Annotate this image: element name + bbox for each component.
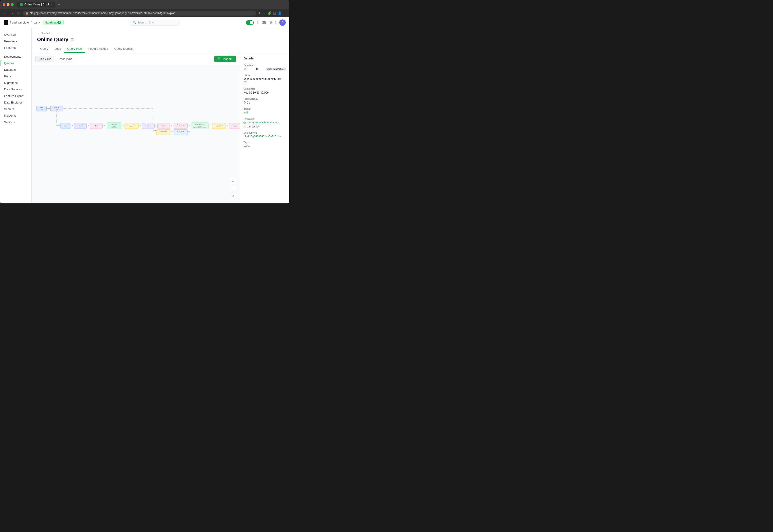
sidebar-item-features[interactable]: Features [0,45,31,51]
url-bar[interactable]: 🔒 staging.chalk.dev/projects/tmnmau5shs3… [23,11,256,16]
branch-value[interactable]: main [243,111,286,114]
page-title-row: Online Query 📋 [37,37,284,42]
title-bar: Online Query | Chalk ✕ + ⌄ [0,0,289,9]
search-placeholder: Search... ⌘K [137,21,153,24]
resolvers-label: Resolvers [243,117,286,120]
sidebar-item-overview[interactable]: Overview [0,32,31,38]
sidebar-item-deployments[interactable]: Deployments [0,54,31,60]
sidebar-item-resolvers[interactable]: Resolvers [0,38,31,44]
plan-main: Plan View Trace View 🔍 Inspect [32,53,240,203]
avatar[interactable]: A [279,19,286,26]
page-tabs: Query Logs Query Plan Feature Values Que… [37,45,284,53]
search-input[interactable]: 🔍 Search... ⌘K [130,20,179,26]
svg-text:~0ms: ~0ms [162,132,165,133]
svg-text:Resolver: Resolver [112,124,117,125]
svg-text:100: 100 [188,131,190,132]
brand-name: fraud-template [10,21,29,24]
query-id-value: clplk0n1o000yk2wb0vfgdr6m [243,77,286,80]
copy-title-icon[interactable]: 📋 [70,38,74,41]
minimize-button[interactable] [7,3,9,6]
svg-text:~0ms: ~0ms [162,126,165,127]
env-dropdown-icon[interactable]: ▾ [39,21,40,24]
breadcrumb-arrow-icon: ← [37,32,40,35]
tab-query[interactable]: Query [37,45,51,53]
flow-canvas[interactable]: Inputs ~0ms 1 Reuse (A) ~0ms [32,53,240,203]
brand: fraud-template / qa ▾ [4,20,40,25]
sidebar-item-settings[interactable]: Settings [0,119,31,125]
nav-actions: ⬇ 📚 ⚙ ? A [246,19,286,26]
svg-text:Persist Results: Persist Results [215,124,223,126]
tab-close-icon[interactable]: ✕ [51,3,53,6]
svg-text:Parallel Resolvers: Parallel Resolvers [195,124,205,125]
close-button[interactable] [3,3,5,6]
share-icon[interactable]: ⬆ [258,11,261,15]
browser-tab[interactable]: Online Query | Chalk ✕ [17,2,55,7]
latency-row: ⏱ 2s [243,101,286,104]
tab-bar: Online Query | Chalk ✕ + ⌄ [17,2,287,7]
detail-query-id: Query ID clplk0n1o000yk2wb0vfgdr6m 📋 [243,74,286,84]
env-label[interactable]: qa [33,21,37,24]
sidebar-item-migrations[interactable]: Migrations [0,80,31,86]
sandbox-button[interactable]: Sandbox 3 [43,20,64,25]
refresh-button[interactable]: ↺ [16,10,21,16]
toggle-switch[interactable] [246,20,254,25]
maximize-button[interactable] [11,3,14,6]
zoom-out-button[interactable]: − [230,185,236,191]
tab-query-metrics[interactable]: Query Metrics [111,45,136,53]
sidebar-item-data-explorer[interactable]: Data Explorer [0,99,31,106]
top-nav: fraud-template / qa ▾ Sandbox 3 🔍 Search… [0,17,289,28]
sidebar-item-feature-export[interactable]: Feature Export [0,93,31,99]
content-area: ← Queries Online Query 📋 Query Logs Quer… [32,28,289,203]
diagram-settings-button[interactable]: ⚙ [230,193,236,199]
copy-query-id-icon[interactable]: 📋 [243,81,247,84]
search-icon: 🔍 [133,21,136,24]
completed-label: Completed [243,87,286,90]
svg-text:1: 1 [72,125,72,126]
tab-list-chevron-icon[interactable]: ⌄ [284,3,287,6]
sidebar-item-queries[interactable]: Queries [0,60,31,66]
new-tab-button[interactable]: + [56,2,62,7]
data-map-bar: id sum_transactio... [243,67,286,71]
profile-icon[interactable]: 👤 [278,11,282,15]
svg-text:Reuse (A): Reuse (A) [54,107,59,108]
resolver1-value[interactable]: get_sum_transaction_amount [243,121,286,124]
resolver2-value: transaction [247,125,260,128]
svg-text:Projection: Projection [94,124,99,126]
bookmark-icon[interactable]: ☆ [263,11,266,15]
env-badge: Sandbox 3 [43,20,64,25]
svg-text:100: 100 [155,125,157,126]
menu-icon[interactable]: ⋮ [283,11,287,15]
latency-value: 2s [247,101,250,104]
tab-logs[interactable]: Logs [51,45,64,53]
tab-feature-values[interactable]: Feature Values [85,45,111,53]
svg-text:Inputs: Inputs [40,107,43,108]
extensions-icon[interactable]: 🧩 [267,11,271,15]
brand-separator: / [31,21,32,25]
sidebar-icon[interactable]: ▤ [273,11,276,15]
brand-logo [4,20,8,25]
address-bar: ← → ↺ 🔒 staging.chalk.dev/projects/tmnma… [0,9,289,17]
help-icon[interactable]: ? [275,21,277,24]
svg-text:Lift To Group: Lift To Group [177,130,184,132]
sidebar-item-incidents[interactable]: Incidents [0,113,31,119]
content-header: ← Queries Online Query 📋 Query Logs Quer… [32,28,289,53]
deployment-value[interactable]: clplk0g84000601wb5u7k8rhb [243,135,286,138]
bookmark-nav-icon[interactable]: 📚 [262,21,266,25]
tab-query-plan[interactable]: Query Plan [64,45,85,53]
sidebar-item-data-sources[interactable]: Data Sources [0,86,31,92]
download-icon[interactable]: ⬇ [257,21,259,25]
settings-nav-icon[interactable]: ⚙ [269,21,272,25]
sidebar-item-runs[interactable]: Runs [0,73,31,79]
breadcrumb-parent[interactable]: Queries [41,32,50,35]
svg-text:130ms: 130ms [198,126,201,127]
sidebar-item-secrets[interactable]: Secrets [0,106,31,112]
svg-text:90ms: 90ms [130,126,133,127]
back-button[interactable]: ← [3,10,8,16]
sidebar-item-datasets[interactable]: Datasets [0,67,31,73]
data-map-label: Data Map [243,64,286,66]
svg-text:Persist Results: Persist Results [127,124,136,126]
data-map-end: sum_transactio... [266,68,286,71]
forward-button[interactable]: → [9,10,14,16]
svg-text:transaction: transaction [112,127,117,128]
zoom-in-button[interactable]: + [230,178,236,184]
